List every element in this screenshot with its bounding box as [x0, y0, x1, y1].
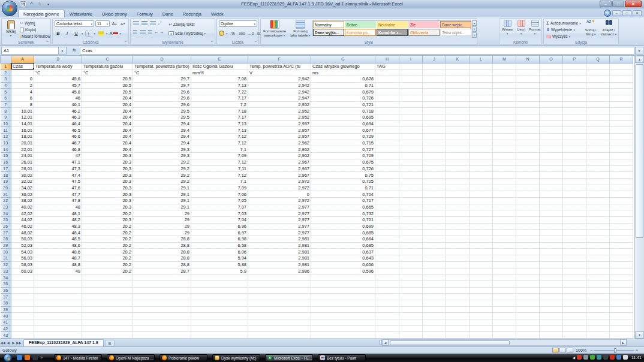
- grid-cell-H39[interactable]: [375, 306, 399, 313]
- styles-scroll-down-icon[interactable]: ▼: [472, 26, 477, 32]
- find-select-button[interactable]: Znajdź i zaznacz ▾: [600, 20, 617, 36]
- grid-cell-L2[interactable]: [470, 70, 493, 76]
- grid-cell-R34[interactable]: [610, 274, 633, 281]
- grid-cell-H23[interactable]: [375, 204, 399, 210]
- grid-cell-O24[interactable]: [540, 210, 563, 217]
- grid-cell-N41[interactable]: [516, 319, 540, 326]
- grid-cell-B6[interactable]: 46: [34, 95, 82, 101]
- align-center-icon[interactable]: [140, 30, 146, 34]
- grid-cell-B10[interactable]: 46,4: [34, 120, 82, 127]
- grid-cell-A35[interactable]: [11, 280, 34, 287]
- grid-cell-M22[interactable]: [493, 197, 516, 204]
- grid-cell-G34[interactable]: [311, 274, 375, 281]
- sheet-tab-active[interactable]: FESExp_1110231929_ALFA 147 1.9: [23, 339, 104, 346]
- grid-cell-N12[interactable]: [516, 134, 540, 140]
- insert-worksheet-icon[interactable]: ⊞: [105, 340, 115, 346]
- grid-cell-J21[interactable]: [423, 191, 446, 198]
- grid-cell-I35[interactable]: [399, 280, 423, 287]
- row-header-32[interactable]: 32: [1, 261, 11, 268]
- row-header-25[interactable]: 25: [1, 217, 11, 224]
- increase-decimal-icon[interactable]: ←,0: [248, 30, 255, 37]
- grid-cell-Q10[interactable]: [586, 120, 610, 127]
- grid-cell-A14[interactable]: 22,01: [11, 146, 34, 153]
- grid-cell-N22[interactable]: [516, 197, 540, 204]
- grid-cell-B30[interactable]: 48,6: [34, 249, 82, 255]
- grid-cell-O22[interactable]: [540, 197, 563, 204]
- grid-cell-A13[interactable]: 20,01: [11, 140, 34, 146]
- grid-cell-C22[interactable]: 20,3: [82, 197, 133, 204]
- grid-cell-C28[interactable]: 20,2: [82, 236, 133, 243]
- grid-cell-L42[interactable]: [470, 325, 493, 332]
- grid-cell-B40[interactable]: [34, 313, 82, 319]
- grid-cell-N33[interactable]: [516, 268, 540, 274]
- grid-cell-D4[interactable]: 29,7: [133, 82, 191, 89]
- grid-cell-J35[interactable]: [423, 280, 446, 287]
- row-header-4[interactable]: 4: [1, 82, 11, 89]
- cell-style-item[interactable]: Dane wejśc...: [440, 21, 471, 28]
- grid-cell-B1[interactable]: Temperatura wody: [34, 63, 82, 70]
- tab-narzędzia-główne[interactable]: Narzędzia główne: [18, 10, 65, 17]
- help-icon[interactable]: ?: [604, 10, 611, 17]
- grid-cell-H18[interactable]: [375, 172, 399, 179]
- grid-cell-I43[interactable]: [399, 332, 423, 339]
- grid-cell-H43[interactable]: [375, 332, 399, 339]
- shrink-font-button[interactable]: A▼: [119, 20, 127, 27]
- grid-cell-A30[interactable]: 54,03: [11, 249, 34, 255]
- grid-cell-P15[interactable]: [563, 153, 586, 159]
- grid-cell-N16[interactable]: [516, 159, 540, 165]
- grid-cell-L20[interactable]: [470, 185, 493, 191]
- grid-cell-B33[interactable]: 49: [34, 268, 82, 274]
- paste-button[interactable]: Wklej ▼: [4, 20, 18, 43]
- grid-cell-D17[interactable]: 29,2: [133, 165, 191, 172]
- grid-cell-L18[interactable]: [470, 172, 493, 179]
- grid-cell-O10[interactable]: [540, 120, 563, 127]
- grid-cell-G21[interactable]: 0,704: [311, 191, 375, 198]
- grid-cell-C41[interactable]: [82, 319, 133, 326]
- grid-cell-D32[interactable]: 28,8: [133, 261, 191, 268]
- grid-cell-K22[interactable]: [446, 197, 470, 204]
- grid-cell-E32[interactable]: 5,88: [191, 261, 248, 268]
- grid-cell-K20[interactable]: [446, 185, 470, 191]
- grid-cell-L35[interactable]: [470, 280, 493, 287]
- grid-cell-K37[interactable]: [446, 294, 470, 300]
- grid-cell-I33[interactable]: [399, 268, 423, 274]
- grid-cell-C25[interactable]: 20,3: [82, 217, 133, 224]
- grid-cell-F43[interactable]: [248, 332, 311, 339]
- grid-cell-M35[interactable]: [493, 280, 516, 287]
- grid-cell-F26[interactable]: 2,977: [248, 223, 311, 230]
- grid-cell-H1[interactable]: TAG: [375, 63, 399, 70]
- grid-cell-B32[interactable]: 48,8: [34, 261, 82, 268]
- grid-cell-G41[interactable]: [311, 319, 375, 326]
- grid-cell-I36[interactable]: [399, 287, 423, 294]
- grid-cell-Q22[interactable]: [586, 197, 610, 204]
- tray-avira-icon[interactable]: [610, 355, 615, 360]
- grid-cell-M37[interactable]: [493, 294, 516, 300]
- row-header-19[interactable]: 19: [1, 178, 11, 185]
- grid-cell-G43[interactable]: [311, 332, 375, 339]
- column-header-E[interactable]: E: [191, 56, 248, 63]
- grid-cell-Q32[interactable]: [586, 261, 610, 268]
- grid-cell-N26[interactable]: [516, 223, 540, 230]
- underline-button[interactable]: U: [73, 30, 80, 37]
- grid-cell-P32[interactable]: [563, 261, 586, 268]
- grid-cell-N35[interactable]: [516, 280, 540, 287]
- cell-style-item[interactable]: Dobre: [345, 21, 376, 28]
- grid-cell-G12[interactable]: 0,729: [311, 134, 375, 140]
- grid-cell-A42[interactable]: [11, 325, 34, 332]
- grid-cell-P18[interactable]: [563, 172, 586, 179]
- grid-cell-R43[interactable]: [610, 332, 633, 339]
- grid-cell-N13[interactable]: [516, 140, 540, 146]
- grid-cell-P33[interactable]: [563, 268, 586, 274]
- grid-cell-R4[interactable]: [610, 82, 633, 89]
- grid-cell-J41[interactable]: [423, 319, 446, 326]
- grid-cell-N42[interactable]: [516, 325, 540, 332]
- grid-cell-A20[interactable]: 34,02: [11, 185, 34, 191]
- grid-cell-I22[interactable]: [399, 197, 423, 204]
- grid-cell-M13[interactable]: [493, 140, 516, 146]
- align-right-icon[interactable]: [148, 30, 152, 34]
- grid-cell-P21[interactable]: [563, 191, 586, 198]
- grid-cell-K18[interactable]: [446, 172, 470, 179]
- grid-cell-K9[interactable]: [446, 114, 470, 121]
- number-dialog-launcher[interactable]: ⌐: [254, 40, 258, 44]
- grid-cell-Q19[interactable]: [586, 178, 610, 185]
